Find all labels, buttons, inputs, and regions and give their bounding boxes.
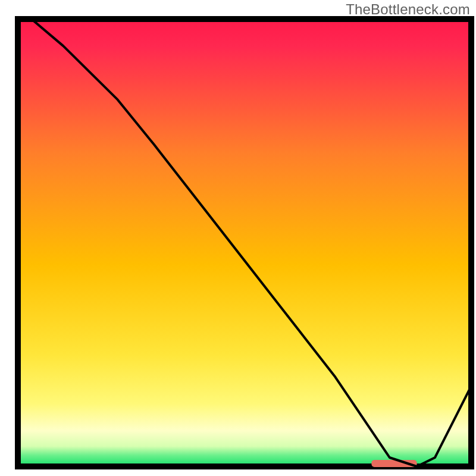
bottleneck-chart (0, 0, 476, 476)
chart-container: TheBottleneck.com (0, 0, 476, 476)
gradient-background (18, 19, 471, 466)
plot-area (18, 19, 471, 467)
